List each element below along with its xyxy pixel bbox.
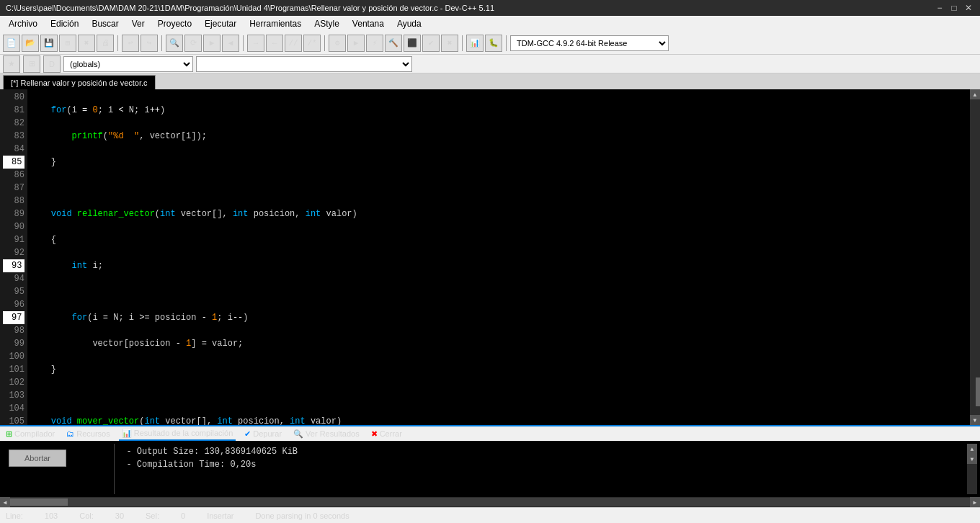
toolbar-divider-3 xyxy=(243,35,244,51)
maximize-button[interactable]: □ xyxy=(948,2,960,14)
tab-ver-resultados[interactable]: 🔍 Ver Resultados xyxy=(290,428,362,440)
main-toolbar: 📄 📂 💾 ⊞ ✖ 🖨 ↩ ↪ 🔍 ⟳ ▶ ◀ → ← // /* ⚙ ▶ ⚡ … xyxy=(0,32,980,55)
find-button[interactable]: 🔍 xyxy=(166,35,183,52)
file-tab[interactable]: [*] Rellenar valor y posición de vector.… xyxy=(3,75,156,89)
title-bar: C:\Users\pael\Documents\DAM\DAM 20-21\1D… xyxy=(0,0,980,16)
redo-button[interactable]: ↪ xyxy=(141,35,158,52)
vertical-scrollbar[interactable]: ▲ ▼ xyxy=(970,89,980,425)
menu-astyle[interactable]: AStyle xyxy=(308,17,345,30)
unindent-button[interactable]: ← xyxy=(266,35,283,52)
menu-ayuda[interactable]: Ayuda xyxy=(391,17,427,30)
menu-bar: Archivo Edición Buscar Ver Proyecto Ejec… xyxy=(0,16,980,32)
done-message: Done parsing in 0 seconds xyxy=(255,511,349,520)
close-file-button[interactable]: ✖ xyxy=(78,35,95,52)
horizontal-scrollbar[interactable]: ◀ ▶ xyxy=(0,497,980,507)
bottom-scroll-up[interactable]: ▲ xyxy=(967,444,977,454)
sel-value: 0 xyxy=(181,511,185,520)
sel-label: Sel: xyxy=(146,511,159,520)
rebuild-button[interactable]: 🔨 xyxy=(385,35,402,52)
undo-button[interactable]: ↩ xyxy=(122,35,139,52)
code-editor[interactable]: 80 81 82 83 84 85 86 87 88 89 90 91 92 9… xyxy=(0,89,980,425)
toolbar-divider-4 xyxy=(324,35,325,51)
menu-edicion[interactable]: Edición xyxy=(45,17,84,30)
line-numbers: 80 81 82 83 84 85 86 87 88 89 90 91 92 9… xyxy=(0,89,27,425)
scroll-thumb[interactable] xyxy=(976,377,980,406)
bottom-panel: Abortar - Output Size: 130,8369140625 Ki… xyxy=(0,441,980,497)
check-button[interactable]: ✔ xyxy=(422,35,440,52)
insert-mode: Insertar xyxy=(207,511,233,520)
save-all-button[interactable]: ⊞ xyxy=(59,35,76,52)
status-bar: Line: 103 Col: 30 Sel: 0 Insertar Done p… xyxy=(0,507,980,523)
bottom-scrollbar[interactable]: ▲ ▼ xyxy=(967,444,977,494)
profile-button[interactable]: 📊 xyxy=(466,35,484,52)
menu-ventana[interactable]: Ventana xyxy=(347,17,390,30)
secondary-toolbar: ★ ⊞ D (globals) xyxy=(0,55,980,73)
replace-button[interactable]: ⟳ xyxy=(184,35,202,52)
h-scroll-thumb[interactable] xyxy=(10,499,68,506)
scope-combo[interactable]: (globals) xyxy=(63,56,193,72)
toolbar-divider-1 xyxy=(117,35,118,51)
menu-archivo[interactable]: Archivo xyxy=(3,17,43,30)
resultado-label: Resultado de la compilación xyxy=(134,429,233,437)
col-label: Col: xyxy=(79,511,94,520)
window-controls: − □ ✕ xyxy=(934,2,974,14)
bottom-scroll-down[interactable]: ▼ xyxy=(967,454,977,464)
tab-cerrar[interactable]: ✖ Cerrar xyxy=(368,428,405,440)
print-button[interactable]: 🖨 xyxy=(97,35,114,52)
scroll-up-arrow[interactable]: ▲ xyxy=(970,89,980,99)
tab-resultado[interactable]: 📊 Resultado de la compilación xyxy=(119,427,236,441)
compilador-label: Compilador xyxy=(14,429,55,438)
recursos-label: Recursos xyxy=(76,429,110,438)
toolbar-divider-5 xyxy=(462,35,463,51)
compile-button[interactable]: ⚙ xyxy=(329,35,346,52)
menu-ejecutar[interactable]: Ejecutar xyxy=(199,17,242,30)
x-button[interactable]: ✖ xyxy=(441,35,458,52)
toolbar-divider-6 xyxy=(506,35,507,51)
class-browser-button[interactable]: ⊞ xyxy=(23,55,40,73)
function-combo[interactable] xyxy=(196,56,412,72)
close-button[interactable]: ✕ xyxy=(963,2,974,14)
h-scroll-track[interactable] xyxy=(10,498,970,506)
tab-depurar[interactable]: ✔ Depurar xyxy=(241,428,285,440)
scroll-right-arrow[interactable]: ▶ xyxy=(970,497,980,507)
menu-ver[interactable]: Ver xyxy=(126,17,151,30)
minimize-button[interactable]: − xyxy=(934,2,945,14)
toolbar-divider-2 xyxy=(161,35,162,51)
compiler-combo[interactable]: TDM-GCC 4.9.2 64-bit Release xyxy=(510,35,669,51)
code-text[interactable]: for(i = 0; i < N; i++) printf("%d ", vec… xyxy=(27,89,970,425)
ver-resultados-label: Ver Resultados xyxy=(306,429,360,438)
tab-compilador[interactable]: ⊞ Compilador xyxy=(3,428,58,440)
open-button[interactable]: 📂 xyxy=(22,35,39,52)
scroll-down-arrow[interactable]: ▼ xyxy=(970,415,980,425)
stop-button[interactable]: ⬛ xyxy=(404,35,421,52)
compile-run-button[interactable]: ⚡ xyxy=(366,35,383,52)
debug-button[interactable]: 🐛 xyxy=(485,35,502,52)
run-button[interactable]: ▶ xyxy=(347,35,365,52)
scroll-left-arrow[interactable]: ◀ xyxy=(0,497,10,507)
bottom-tab-bar: ⊞ Compilador 🗂 Recursos 📊 Resultado de l… xyxy=(0,425,980,441)
menu-buscar[interactable]: Buscar xyxy=(86,17,124,30)
title-text: C:\Users\pael\Documents\DAM\DAM 20-21\1D… xyxy=(6,4,494,12)
line-value: 103 xyxy=(45,511,58,520)
compilation-output: - Output Size: 130,8369140625 KiB - Comp… xyxy=(115,444,967,494)
abort-button[interactable]: Abortar xyxy=(9,450,66,467)
indent-button[interactable]: → xyxy=(247,35,264,52)
find-prev-button[interactable]: ◀ xyxy=(222,35,239,52)
toggle-block-comment-button[interactable]: /* xyxy=(303,35,321,52)
debug-button-2[interactable]: D xyxy=(43,55,61,73)
col-value: 30 xyxy=(115,511,124,520)
depurar-label: Depurar xyxy=(253,429,282,438)
tab-bar: [*] Rellenar valor y posición de vector.… xyxy=(0,73,980,89)
save-button[interactable]: 💾 xyxy=(40,35,58,52)
tab-recursos[interactable]: 🗂 Recursos xyxy=(63,428,112,439)
find-next-button[interactable]: ▶ xyxy=(203,35,220,52)
menu-proyecto[interactable]: Proyecto xyxy=(152,17,197,30)
tab-label: [*] Rellenar valor y posición de vector.… xyxy=(11,79,148,87)
new-button[interactable]: 📄 xyxy=(3,35,20,52)
line-label: Line: xyxy=(6,511,23,520)
bookmark-button[interactable]: ★ xyxy=(3,55,20,73)
cerrar-label: Cerrar xyxy=(380,429,402,438)
menu-herramientas[interactable]: Herramientas xyxy=(244,17,307,30)
toggle-comment-button[interactable]: // xyxy=(285,35,302,52)
